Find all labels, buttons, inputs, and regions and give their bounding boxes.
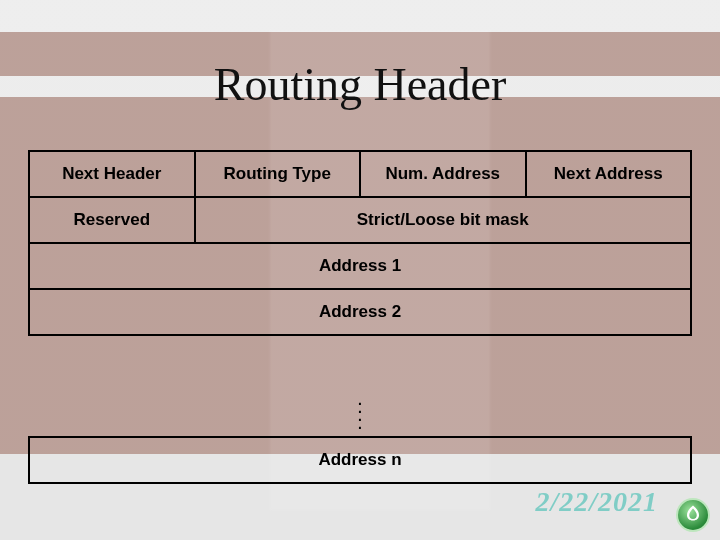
cell-address-1: Address 1	[29, 243, 691, 289]
table-row-3: Address 1	[29, 243, 691, 289]
cell-num-address: Num. Address	[360, 151, 526, 197]
routing-header-table: Next Header Routing Type Num. Address Ne…	[28, 150, 692, 336]
slide-date: 2/22/2021	[535, 486, 658, 518]
table-row-1: Next Header Routing Type Num. Address Ne…	[29, 151, 691, 197]
vertical-ellipsis: ....	[28, 396, 692, 428]
cell-routing-type: Routing Type	[195, 151, 361, 197]
slide-root: Routing Header Next Header Routing Type …	[0, 0, 720, 540]
logo-badge	[676, 498, 710, 532]
cell-next-address: Next Address	[526, 151, 692, 197]
cell-reserved: Reserved	[29, 197, 195, 243]
slide-title: Routing Header	[0, 58, 720, 111]
cell-address-n: Address n	[29, 437, 691, 483]
cell-next-header: Next Header	[29, 151, 195, 197]
leaf-icon	[684, 504, 702, 526]
cell-address-2: Address 2	[29, 289, 691, 335]
routing-header-table-lower: Address n	[28, 436, 692, 484]
table-row-n: Address n	[29, 437, 691, 483]
cell-strict-loose-mask: Strict/Loose bit mask	[195, 197, 692, 243]
table-row-4: Address 2	[29, 289, 691, 335]
table-row-2: Reserved Strict/Loose bit mask	[29, 197, 691, 243]
